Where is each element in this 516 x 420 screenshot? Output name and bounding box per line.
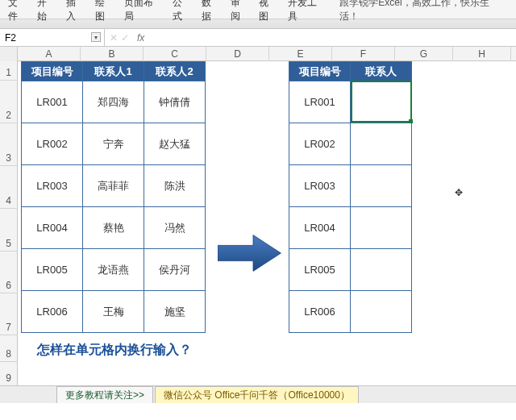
col-header-H[interactable]: H	[453, 47, 511, 61]
cell[interactable]: 高菲菲	[83, 165, 144, 207]
btn-accept-icon[interactable]: ✓	[121, 32, 129, 44]
t1-h0: 项目编号	[22, 62, 83, 81]
arrow-right-icon	[218, 231, 282, 276]
fx-icon[interactable]: fx	[137, 32, 144, 44]
row-header-6[interactable]: 6	[0, 252, 18, 293]
sheet-tab-2[interactable]: 微信公众号 Office千问千答（Office10000）	[155, 386, 359, 404]
btn-cancel-icon[interactable]: ✕	[110, 32, 118, 44]
t1-h2: 联系人2	[144, 62, 206, 81]
row-header-8[interactable]: 8	[0, 335, 18, 362]
cell[interactable]: LR003	[22, 165, 83, 207]
menu-review[interactable]: 审阅	[226, 0, 255, 23]
source-table: 项目编号 联系人1 联系人2 LR001郑四海钟倩倩 LR002宁奔赵大猛 LR…	[21, 61, 206, 333]
cell[interactable]: LR003	[289, 165, 351, 207]
cell[interactable]: 郑四海	[83, 81, 144, 123]
menu-formulas[interactable]: 公式	[168, 0, 197, 23]
t1-h1: 联系人1	[83, 62, 144, 81]
menu-insert[interactable]: 插入	[61, 0, 90, 23]
col-header-F[interactable]: F	[332, 47, 395, 61]
cell[interactable]: LR005	[289, 249, 351, 291]
cell[interactable]: LR004	[289, 207, 351, 249]
row-header-9[interactable]: 9	[0, 362, 18, 386]
cell[interactable]: LR001	[289, 81, 351, 123]
target-table: 项目编号 联系人 LR001 LR002 LR003 LR004 LR005 L…	[289, 61, 412, 333]
grid-area: A B C D E F G H 1 2 3 4 5 6 7 8 9 10 项目编…	[0, 47, 516, 403]
cell[interactable]: 侯丹河	[144, 249, 206, 291]
row-header-2[interactable]: 2	[0, 81, 18, 123]
row-headers: 1 2 3 4 5 6 7 8 9 10	[0, 61, 18, 403]
col-header-D[interactable]: D	[206, 47, 269, 61]
svg-marker-0	[218, 235, 281, 272]
col-header-B[interactable]: B	[81, 47, 144, 61]
cell[interactable]	[351, 291, 412, 333]
row-header-1[interactable]: 1	[0, 61, 18, 81]
select-all-corner[interactable]	[0, 47, 18, 61]
cell[interactable]: LR006	[289, 291, 351, 333]
sheet-tab-1[interactable]: 更多教程请关注>>	[56, 386, 153, 404]
menu-dev[interactable]: 开发工具	[283, 0, 331, 23]
name-box-value: F2	[5, 32, 16, 44]
cell[interactable]: 王梅	[83, 291, 144, 333]
menu-view[interactable]: 视图	[254, 0, 283, 23]
cell[interactable]: 钟倩倩	[144, 81, 206, 123]
cursor-move-icon: ✥	[455, 187, 463, 198]
cell[interactable]: LR002	[289, 123, 351, 165]
cell[interactable]: 龙语燕	[83, 249, 144, 291]
name-box-dropdown-icon[interactable]: ▾	[91, 32, 101, 42]
cell[interactable]: 蔡艳	[83, 207, 144, 249]
cell[interactable]	[351, 123, 412, 165]
cell[interactable]: LR001	[22, 81, 83, 123]
row-header-3[interactable]: 3	[0, 123, 18, 166]
t2-h1: 联系人	[351, 62, 412, 81]
cells-canvas[interactable]: 项目编号 联系人1 联系人2 LR001郑四海钟倩倩 LR002宁奔赵大猛 LR…	[18, 61, 516, 403]
col-header-C[interactable]: C	[144, 47, 206, 61]
cell[interactable]: 陈洪	[144, 165, 206, 207]
formula-input[interactable]	[154, 29, 516, 46]
row-header-5[interactable]: 5	[0, 209, 18, 252]
cell[interactable]: LR005	[22, 249, 83, 291]
cell[interactable]: 施坚	[144, 291, 206, 333]
cell[interactable]	[351, 207, 412, 249]
formula-bar: F2 ▾ ✕ ✓ fx	[0, 29, 516, 47]
cell[interactable]	[351, 165, 412, 207]
t2-h0: 项目编号	[289, 62, 351, 81]
menu-data[interactable]: 数据	[197, 0, 226, 23]
name-box[interactable]: F2 ▾	[0, 29, 105, 46]
col-header-E[interactable]: E	[269, 47, 332, 61]
fx-group: ✕ ✓ fx	[105, 29, 154, 46]
sheet-tabs: 更多教程请关注>> 微信公众号 Office千问千答（Office10000）	[0, 385, 516, 403]
cell[interactable]: LR004	[22, 207, 83, 249]
menu-bar: 文件 开始 插入 绘图 页面布局 公式 数据 审阅 视图 开发工具 跟李锐学Ex…	[0, 0, 516, 19]
cell[interactable]: 冯然	[144, 207, 206, 249]
menu-home[interactable]: 开始	[32, 0, 61, 23]
cell[interactable]: LR002	[22, 123, 83, 165]
row-header-7[interactable]: 7	[0, 293, 18, 335]
menu-draw[interactable]: 绘图	[90, 0, 119, 23]
cell[interactable]: 宁奔	[83, 123, 144, 165]
col-header-A[interactable]: A	[18, 47, 81, 61]
tagline: 跟李锐学Excel，高效工作，快乐生活！	[335, 0, 513, 23]
cell[interactable]: LR006	[22, 291, 83, 333]
cell[interactable]: 赵大猛	[144, 123, 206, 165]
col-header-G[interactable]: G	[395, 47, 453, 61]
row-header-4[interactable]: 4	[0, 166, 18, 209]
cell[interactable]	[351, 249, 412, 291]
cell[interactable]	[351, 81, 412, 123]
menu-file[interactable]: 文件	[3, 0, 32, 23]
caption-text: 怎样在单元格内换行输入？	[37, 342, 192, 359]
menu-layout[interactable]: 页面布局	[119, 0, 168, 23]
column-headers: A B C D E F G H	[0, 47, 516, 61]
